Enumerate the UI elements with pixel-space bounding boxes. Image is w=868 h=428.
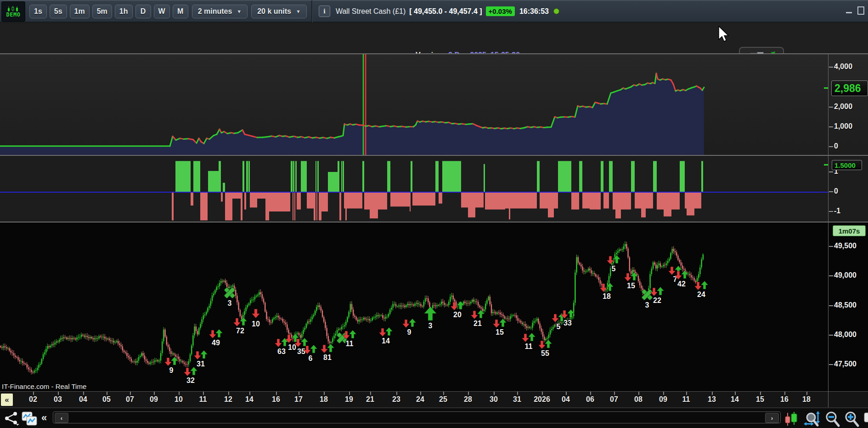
trade-marker: 11 — [522, 333, 535, 350]
sell-arrow-icon — [275, 339, 282, 347]
time-axis-label: 18 — [320, 395, 328, 404]
price-axis-label: 49,000 — [834, 271, 857, 280]
timeframe-button-W[interactable]: W — [154, 5, 170, 18]
time-axis-label: 07 — [610, 395, 618, 404]
histogram-axis-label: 0 — [834, 187, 838, 195]
trade-marker-label: 49 — [212, 339, 220, 347]
timeframe-button-5s[interactable]: 5s — [50, 5, 67, 18]
candlestick-chart: 9323149372106310356811114932021151155533… — [0, 223, 868, 391]
main-toolbar: DEMO 1s5s1m5m1hDWM 2 minutes ▼ 20 k unit… — [0, 0, 868, 22]
time-axis-tick — [33, 392, 34, 395]
trade-marker-label: 31 — [197, 360, 205, 368]
price-axis-label: 49,500 — [834, 242, 857, 250]
panel-separator[interactable] — [0, 53, 868, 54]
timeframe-button-D[interactable]: D — [135, 5, 151, 18]
trade-marker-label: 32 — [186, 377, 195, 384]
timeframe-button-1s[interactable]: 1s — [29, 5, 47, 18]
instrument-info-icon[interactable]: i — [319, 6, 330, 17]
buy-arrow-icon — [349, 330, 356, 338]
time-axis-label: 04 — [562, 395, 570, 404]
time-axis-tick — [249, 392, 250, 395]
provider-watermark: IT-Finance.com - Real Time — [2, 382, 86, 390]
demo-logo[interactable]: DEMO — [1, 1, 25, 22]
trade-marker: 24 — [694, 281, 708, 298]
trade-marker-label: 9 — [169, 366, 174, 374]
sell-arrow-icon — [379, 328, 386, 337]
trade-marker-label: 11 — [525, 342, 533, 350]
maximize-button[interactable] — [857, 6, 864, 15]
scroll-to-start-button[interactable]: « — [1, 394, 13, 406]
time-axis-label: 21 — [366, 395, 374, 404]
scroll-right-button[interactable]: › — [765, 413, 779, 423]
panel-separator[interactable] — [0, 222, 868, 223]
time-axis-tick — [784, 392, 785, 395]
time-axis-tick — [468, 392, 469, 395]
chart-windows-button[interactable] — [21, 411, 39, 427]
trade-marker: 10 — [252, 309, 260, 328]
time-axis-label: 16 — [780, 395, 789, 404]
trade-markers: 9323149372106310356811114932021151155533… — [164, 255, 708, 384]
time-axis-tick — [276, 392, 277, 395]
sell-arrow-icon — [184, 368, 191, 376]
time-axis-label: 09 — [150, 395, 158, 404]
chart-horizontal-scrollbar[interactable]: ‹ › — [53, 411, 781, 423]
chevron-down-icon: ▼ — [296, 9, 301, 14]
trade-marker-label: 20 — [453, 311, 462, 319]
time-axis-tick — [760, 392, 761, 395]
time-axis-label: 03 — [54, 395, 62, 404]
time-axis[interactable]: « 02030405070910111214161718192123242528… — [0, 391, 868, 407]
time-axis-tick — [566, 392, 567, 395]
price-axis-label-tick — [829, 275, 833, 276]
timeframe-button-5m[interactable]: 5m — [92, 5, 112, 18]
timeframe-button-1h[interactable]: 1h — [115, 5, 133, 18]
panel-separator[interactable] — [0, 155, 868, 156]
period-dropdown[interactable]: 2 minutes ▼ — [192, 5, 248, 18]
trade-marker-label: 10 — [288, 343, 296, 351]
buy-arrow-icon — [200, 350, 208, 359]
signal-histogram-panel[interactable] — [0, 156, 868, 222]
equity-axis-label-tick — [829, 67, 833, 68]
zoom-out-button[interactable] — [825, 411, 840, 428]
trade-marker-label: 10 — [252, 320, 260, 328]
trade-marker: 5 — [607, 255, 620, 273]
trade-marker: 6 — [304, 345, 317, 362]
share-button[interactable] — [4, 411, 19, 426]
units-dropdown[interactable]: 20 k units ▼ — [251, 5, 307, 18]
price-axis-label-tick — [829, 246, 833, 247]
zoom-in-button[interactable] — [844, 411, 860, 428]
trade-marker-label: 3 — [645, 301, 649, 309]
price-chart-panel[interactable]: 9323149372106310356811114932021151155533… — [0, 223, 868, 391]
sell-arrow-icon — [471, 311, 478, 319]
clipped-toolbar-icon[interactable] — [863, 411, 868, 425]
time-axis-label: 14 — [245, 395, 254, 404]
time-axis-label: 18 — [802, 395, 811, 404]
timeframe-button-M[interactable]: M — [173, 5, 188, 18]
zoom-fit-button[interactable] — [804, 411, 822, 428]
trade-marker: 81 — [321, 344, 334, 361]
signal-histogram-chart — [0, 156, 868, 222]
trade-marker-label: 24 — [697, 291, 705, 298]
demo-label: DEMO — [6, 12, 21, 17]
time-axis-label: 11 — [199, 395, 207, 404]
scroll-left-button[interactable]: ‹ — [55, 413, 68, 423]
minimize-button[interactable] — [846, 12, 852, 13]
time-axis-label: 04 — [79, 395, 87, 404]
timeframe-button-1m[interactable]: 1m — [70, 5, 90, 18]
trade-marker-label: 22 — [653, 297, 661, 304]
time-axis-label: 28 — [464, 395, 472, 404]
sell-arrow-icon — [164, 358, 172, 366]
equity-chart-panel[interactable] — [0, 54, 868, 155]
collapse-panel-button[interactable]: « — [41, 412, 47, 424]
trade-marker-label: 55 — [541, 349, 549, 357]
time-axis-tick — [58, 392, 59, 395]
trade-marker-label: 42 — [677, 280, 686, 288]
trade-marker-label: 5 — [557, 323, 561, 331]
time-axis-tick — [663, 392, 664, 395]
trade-marker: 55 — [538, 340, 552, 357]
time-axis-tick — [806, 392, 807, 395]
equity-current-label: 2,986 — [834, 82, 861, 95]
trade-marker: 15 — [493, 319, 507, 336]
zero-line — [0, 192, 828, 193]
adjust-scale-button[interactable] — [783, 411, 800, 427]
chevron-down-icon: ▼ — [237, 9, 242, 14]
